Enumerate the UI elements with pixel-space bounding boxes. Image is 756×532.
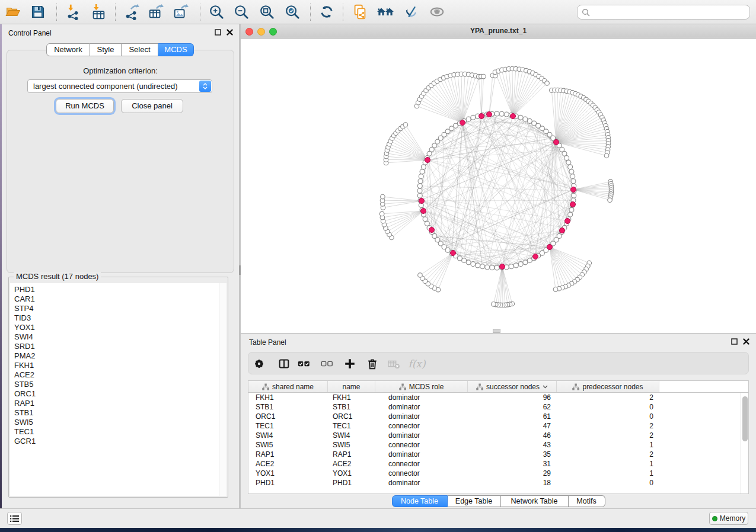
search-box[interactable] [577,5,750,20]
show-column-panel-icon[interactable] [276,356,292,371]
mcds-result-item[interactable]: TID3 [10,313,227,323]
mcds-result-item[interactable]: STB1 [10,408,227,418]
cell-role: connector [375,421,468,431]
table-row[interactable]: RAP1RAP1dominator352 [248,450,748,459]
tab-select[interactable]: Select [122,43,158,56]
table-row[interactable]: SWI4SWI4dominator462 [248,431,748,440]
network-graph[interactable] [241,39,756,333]
column-header-shared-name[interactable]: shared name [248,381,328,392]
column-header-mcds-role[interactable]: MCDS role [375,381,468,392]
tab-network-table[interactable]: Network Table [501,495,569,507]
optimization-criterion-select[interactable]: largest connected component (undirected) [27,79,212,93]
zoom-out-icon[interactable] [232,2,251,21]
save-session-icon[interactable] [28,2,47,21]
table-settings-gear-icon[interactable] [251,356,267,371]
table-scrollbar-thumb[interactable] [742,396,748,441]
column-header-successor-nodes[interactable]: successor nodes [468,381,557,392]
select-all-columns-icon[interactable] [296,356,312,371]
mcds-result-item[interactable]: SWI5 [10,418,227,427]
table-row[interactable]: STB1STB1dominator620 [248,402,748,412]
tab-network[interactable]: Network [46,43,90,56]
mcds-result-item[interactable]: SRD1 [10,342,227,351]
create-column-plus-icon[interactable] [342,356,358,371]
mcds-result-item[interactable]: PHD1 [10,285,227,294]
tab-mcds[interactable]: MCDS [158,43,194,56]
memory-button[interactable]: Memory [709,512,748,525]
cell-shared_name: ACE2 [248,459,328,469]
close-panel-icon[interactable] [227,29,233,36]
table-row[interactable]: ACE2ACE2connector311 [248,459,748,469]
run-mcds-button[interactable]: Run MCDS [56,99,114,113]
delete-column-trash-icon[interactable] [364,356,381,371]
open-session-icon[interactable] [4,2,23,21]
mcds-result-item[interactable]: YOX1 [10,323,227,332]
zoom-fit-icon[interactable] [257,2,276,21]
preview-eye-icon[interactable] [428,2,446,21]
network-canvas[interactable] [241,39,756,333]
clone-network-icon[interactable] [350,2,369,21]
mcds-list-scrollbar[interactable] [219,283,227,496]
table-panel-tabbar: Node TableEdge TableNetwork TableMotifs [241,495,756,507]
function-builder-button-disabled[interactable]: f(x) [409,356,425,371]
cell-shared_name: SWI5 [248,440,328,450]
float-panel-icon[interactable] [215,29,221,36]
close-panel-button[interactable]: Close panel [121,99,183,113]
memory-status-dot [712,516,717,521]
network-window-titlebar[interactable]: YPA_prune.txt_1 [241,24,756,39]
mcds-result-item[interactable]: SWI4 [10,332,227,342]
mcds-result-item[interactable]: PMA2 [10,351,227,361]
tab-edge-table[interactable]: Edge Table [448,495,501,507]
table-row[interactable]: SWI5SWI5connector431 [248,440,748,450]
zoom-selected-icon[interactable] [283,2,302,21]
export-table-icon[interactable] [146,2,165,21]
import-network-icon[interactable] [63,2,82,21]
delete-table-icon-disabled[interactable] [385,356,402,371]
import-table-icon[interactable] [89,2,108,21]
export-image-icon[interactable] [171,2,190,21]
horizontal-splitter-handle[interactable] [493,329,500,333]
column-header-predecessor-nodes[interactable]: predecessor nodes [557,381,659,392]
task-history-button[interactable] [7,512,22,525]
table-row[interactable]: TEC1TEC1connector472 [248,421,748,431]
memory-label: Memory [720,514,745,523]
table-row[interactable]: ORC1ORC1dominator610 [248,412,748,421]
table-row[interactable]: YOX1YOX1connector291 [248,469,748,478]
cell-successors: 29 [468,469,557,478]
column-header-name[interactable]: name [328,381,375,392]
mcds-result-list[interactable]: PHD1CAR1STP4TID3YOX1SWI4SRD1PMA2FKH1ACE2… [10,283,227,496]
table-scrollbar[interactable] [741,393,748,493]
cell-shared_name: ORC1 [248,412,328,421]
float-panel-icon[interactable] [731,338,738,345]
zoom-in-icon[interactable] [207,2,226,21]
tab-motifs[interactable]: Motifs [569,495,605,507]
mcds-result-item[interactable]: TEC1 [10,427,227,437]
toolbar-separator [56,4,57,21]
column-type-icon [476,383,483,390]
mcds-result-item[interactable]: FKH1 [10,361,227,370]
cell-shared_name: FKH1 [248,393,328,402]
cell-successors: 46 [468,431,557,440]
mcds-result-item[interactable]: STB5 [10,380,227,389]
unselect-all-columns-icon[interactable] [319,356,336,371]
table-row[interactable]: PHD1PHD1dominator180 [248,478,748,488]
cell-filler [659,440,748,450]
search-input[interactable] [592,8,749,17]
toggle-visibility-icon[interactable] [401,2,420,21]
mcds-result-item[interactable]: GCR1 [10,437,227,446]
mcds-result-item[interactable]: ACE2 [10,370,227,380]
cell-successors: 18 [468,478,557,488]
mcds-result-item[interactable]: STP4 [10,304,227,313]
table-row[interactable]: FKH1FKH1dominator962 [248,393,748,402]
home-icon[interactable] [376,2,395,21]
sort-chevron-icon [543,385,548,389]
refresh-icon[interactable] [317,2,336,21]
mcds-result-item[interactable]: ORC1 [10,389,227,399]
close-panel-icon[interactable] [743,338,749,345]
tab-style[interactable]: Style [90,43,122,56]
column-type-icon [399,383,406,390]
tab-node-table[interactable]: Node Table [392,495,448,507]
export-network-icon[interactable] [122,2,141,21]
mcds-result-item[interactable]: CAR1 [10,294,227,304]
mcds-result-item[interactable]: RAP1 [10,399,227,408]
cell-name: ACE2 [328,459,375,469]
